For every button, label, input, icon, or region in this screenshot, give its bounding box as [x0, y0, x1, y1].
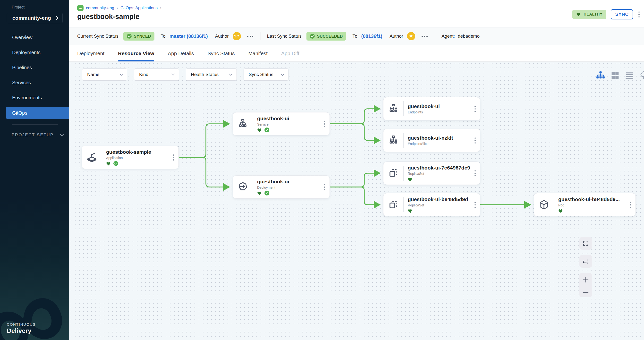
- tab-manifest[interactable]: Manifest: [248, 45, 268, 62]
- last-commit-more[interactable]: [420, 35, 428, 38]
- breadcrumb-separator: ›: [160, 6, 162, 10]
- pod-icon: [538, 199, 550, 210]
- replicaset-icon: [388, 168, 399, 179]
- project-setup-label: PROJECT SETUP: [12, 132, 54, 138]
- breadcrumb-link-applications[interactable]: GitOps: Applications: [120, 6, 158, 10]
- node-more-menu[interactable]: [474, 169, 477, 177]
- tab-app-diff: App Diff: [281, 45, 299, 62]
- healthy-heart-icon: [257, 191, 262, 196]
- node-deployment-guestbook-ui[interactable]: guestbook-ui Deployment: [233, 175, 330, 199]
- node-kind: ReplicaSet: [408, 203, 474, 207]
- current-author-label: Author: [215, 34, 229, 39]
- header-more-menu[interactable]: [638, 10, 640, 18]
- chevron-down-icon: [229, 74, 233, 76]
- node-more-menu[interactable]: [629, 201, 632, 209]
- zoom-in-icon: [582, 276, 589, 283]
- gitops-application-page: ∞ Project community-eng Overview Deploym…: [0, 0, 644, 340]
- node-title: guestbook-ui: [257, 179, 323, 184]
- tab-sync-status[interactable]: Sync Status: [208, 45, 234, 62]
- sidebar-item-environments[interactable]: Environments: [0, 92, 69, 104]
- page-header: ∞ community-eng › GitOps: Applications ›…: [69, 0, 644, 27]
- healthy-heart-icon: [408, 208, 413, 213]
- filter-health-status-dropdown[interactable]: Health Status: [186, 68, 237, 81]
- synced-check-icon: [264, 128, 269, 132]
- sidebar: ∞ Project community-eng Overview Deploym…: [0, 0, 69, 340]
- last-to-label: To: [352, 34, 357, 39]
- current-revision-link[interactable]: master (08136f1): [170, 34, 208, 39]
- endpointslice-icon: [388, 135, 399, 146]
- main-content: ∞ community-eng › GitOps: Applications ›…: [69, 0, 644, 340]
- node-kind: Application: [106, 156, 172, 160]
- node-replicaset-guestbook-ui-7c64987dc9[interactable]: guestbook-ui-7c64987dc9 ReplicaSet: [383, 162, 480, 185]
- chevron-down-icon: [171, 74, 175, 76]
- node-title: guestbook-ui-nzklt: [408, 135, 474, 141]
- fullscreen-button[interactable]: [580, 237, 592, 250]
- filter-name-dropdown[interactable]: Name: [82, 68, 127, 81]
- zoom-out-button[interactable]: [582, 292, 589, 294]
- list-view-icon[interactable]: [625, 72, 634, 80]
- check-circle-icon: [310, 34, 315, 38]
- node-more-menu[interactable]: [172, 154, 175, 162]
- project-selector[interactable]: community-eng: [7, 13, 63, 23]
- node-pod-guestbook-ui-b848d5d9[interactable]: guestbook-ui-b848d5d9... Pod: [534, 193, 636, 216]
- sidebar-item-overview[interactable]: Overview: [0, 31, 69, 44]
- node-replicaset-guestbook-ui-b848d5d9d[interactable]: guestbook-ui-b848d5d9d ReplicaSet: [383, 193, 480, 216]
- last-revision-link[interactable]: (08136f1): [361, 34, 382, 39]
- node-more-menu[interactable]: [323, 120, 326, 128]
- node-kind: Pod: [558, 203, 629, 207]
- succeeded-badge-label: SUCCEEDED: [317, 34, 343, 38]
- page-title: guestbook-sample: [77, 13, 140, 21]
- node-endpointslice-guestbook-ui-nzklt[interactable]: guestbook-ui-nzklt EndpointSlice: [383, 129, 480, 152]
- current-commit-more[interactable]: [246, 35, 254, 38]
- cloud-cluster-view-icon[interactable]: [640, 70, 644, 81]
- node-kind: ReplicaSet: [408, 172, 474, 176]
- sidebar-item-pipelines[interactable]: Pipelines: [0, 62, 69, 74]
- marquee-select-button[interactable]: [580, 255, 592, 268]
- filter-sync-status-dropdown[interactable]: Sync Status: [244, 68, 288, 81]
- breadcrumb-link-project[interactable]: community-eng: [86, 6, 114, 10]
- node-more-menu[interactable]: [474, 105, 477, 113]
- sidebar-item-deployments[interactable]: Deployments: [0, 46, 69, 58]
- tab-app-details[interactable]: App Details: [168, 45, 194, 62]
- brand-module-kicker: CONTINUOUS: [7, 322, 36, 326]
- node-kind: Endpoints: [408, 110, 474, 114]
- current-sync-status-label: Current Sync Status: [77, 34, 118, 39]
- synced-check-icon: [264, 191, 269, 196]
- zoom-in-button[interactable]: [582, 276, 589, 283]
- tree-view-icon[interactable]: [596, 71, 605, 80]
- service-icon: [237, 118, 248, 130]
- project-selector-value: community-eng: [12, 15, 51, 21]
- tab-deployment[interactable]: Deployment: [77, 45, 104, 62]
- synced-badge: SYNCED: [123, 32, 154, 40]
- healthy-heart-icon: [408, 177, 413, 182]
- view-toggles: [596, 70, 644, 81]
- filter-kind-dropdown[interactable]: Kind: [134, 68, 179, 81]
- endpoints-icon: [388, 103, 399, 114]
- zoom-out-icon: [582, 292, 589, 294]
- succeeded-badge: SUCCEEDED: [306, 32, 346, 40]
- gitops-infinity-icon: ∞: [77, 5, 84, 11]
- grid-view-icon[interactable]: [611, 72, 619, 80]
- chevron-down-icon: [281, 74, 284, 76]
- node-kind: Service: [257, 122, 323, 126]
- deployment-icon: [237, 181, 249, 193]
- marquee-select-icon: [582, 258, 589, 264]
- node-more-menu[interactable]: [474, 201, 477, 209]
- node-more-menu[interactable]: [323, 183, 326, 191]
- status-bar-divider: [260, 32, 261, 40]
- node-more-menu[interactable]: [474, 136, 477, 144]
- status-bar-divider: [435, 32, 435, 40]
- sync-button[interactable]: SYNC: [611, 9, 633, 20]
- node-kind: EndpointSlice: [408, 142, 474, 146]
- sidebar-item-services[interactable]: Services: [0, 76, 69, 89]
- node-application-guestbook-sample[interactable]: guestbook-sample Application: [82, 146, 179, 169]
- node-service-guestbook-ui[interactable]: guestbook-ui Service: [233, 112, 330, 136]
- tab-resource-view[interactable]: Resource View: [118, 45, 154, 62]
- sidebar-item-gitops[interactable]: GitOps: [6, 107, 69, 119]
- agent-value: debademo: [458, 34, 480, 39]
- node-endpoints-guestbook-ui[interactable]: guestbook-ui Endpoints: [383, 97, 480, 120]
- resource-tree-canvas[interactable]: Name Kind Health Status Sync Status: [69, 62, 644, 340]
- project-setup-toggle[interactable]: PROJECT SETUP: [12, 132, 64, 138]
- zoom-controls: [580, 273, 592, 297]
- project-label: Project: [12, 5, 24, 10]
